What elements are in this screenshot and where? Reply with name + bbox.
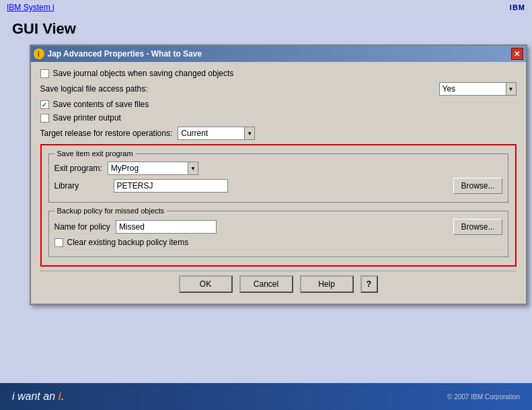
- exit-program-group: Save item exit program Exit program: MyP…: [48, 149, 508, 203]
- help-button[interactable]: Help: [300, 275, 354, 293]
- top-bar: IBM System i IBM: [0, 0, 532, 15]
- policy-browse-button[interactable]: Browse...: [453, 219, 502, 235]
- dialog-buttons-bar: OK Cancel Help ?: [40, 271, 517, 297]
- save-printer-checkbox[interactable]: [40, 114, 49, 123]
- library-row: Library Browse...: [54, 178, 502, 194]
- policy-name-label: Name for policy: [54, 222, 110, 232]
- exit-program-row: Exit program: MyProg ▼: [54, 162, 502, 175]
- save-logical-label: Save logical file access paths:: [40, 84, 148, 94]
- target-release-dropdown-wrapper[interactable]: Current ▼: [178, 127, 255, 140]
- dialog-window: i Jap Advanced Properties - What to Save…: [30, 44, 527, 305]
- dialog-title-left: i Jap Advanced Properties - What to Save: [34, 48, 202, 59]
- footer-copyright: © 2007 IBM Corporation: [447, 393, 520, 401]
- save-logical-dropdown-arrow[interactable]: ▼: [506, 82, 517, 96]
- save-printer-row: Save printer output: [40, 113, 517, 123]
- cancel-button[interactable]: Cancel: [239, 275, 293, 293]
- exit-program-legend: Save item exit program: [54, 149, 136, 158]
- save-journal-row: Save journal objects when saving changed…: [40, 69, 517, 78]
- target-release-row: Target release for restore operations: C…: [40, 127, 517, 140]
- policy-name-row: Name for policy Browse...: [54, 219, 502, 235]
- save-journal-checkbox[interactable]: [40, 69, 49, 78]
- save-printer-label: Save printer output: [53, 113, 121, 123]
- library-browse-button[interactable]: Browse...: [453, 178, 502, 194]
- dialog-title-text: Jap Advanced Properties - What to Save: [48, 49, 202, 59]
- footer-brand-highlight: i: [58, 390, 61, 402]
- ibm-system-link[interactable]: IBM System i: [7, 3, 54, 12]
- clear-policy-label: Clear existing backup policy items: [67, 238, 189, 247]
- policy-name-input[interactable]: [116, 220, 217, 234]
- footer-brand: i want an i.: [12, 390, 64, 403]
- dialog-icon: i: [34, 48, 44, 59]
- page-title: GUI View: [0, 15, 532, 44]
- dialog-body: Save journal objects when saving changed…: [31, 62, 526, 304]
- backup-policy-group: Backup policy for missed objects Name fo…: [48, 207, 508, 257]
- question-button[interactable]: ?: [360, 275, 378, 293]
- exit-program-dropdown-arrow[interactable]: ▼: [188, 162, 198, 175]
- exit-program-dropdown[interactable]: MyProg: [108, 162, 188, 175]
- exit-program-label: Exit program:: [54, 164, 102, 173]
- save-journal-label: Save journal objects when saving changed…: [53, 69, 234, 78]
- library-input[interactable]: [114, 179, 228, 193]
- backup-policy-legend: Backup policy for missed objects: [54, 207, 167, 215]
- target-release-dropdown[interactable]: Current: [178, 127, 245, 140]
- close-button[interactable]: ✕: [511, 48, 523, 60]
- save-logical-row: Save logical file access paths: Yes ▼: [40, 82, 517, 96]
- target-release-dropdown-arrow[interactable]: ▼: [244, 127, 255, 140]
- target-release-label: Target release for restore operations:: [40, 129, 173, 138]
- save-logical-dropdown[interactable]: Yes: [439, 82, 506, 96]
- clear-policy-row: Clear existing backup policy items: [54, 238, 502, 247]
- footer: i want an i. © 2007 IBM Corporation: [0, 383, 532, 410]
- exit-program-dropdown-wrapper[interactable]: MyProg ▼: [108, 162, 198, 175]
- dialog-titlebar: i Jap Advanced Properties - What to Save…: [31, 46, 526, 62]
- clear-policy-checkbox[interactable]: [54, 238, 63, 247]
- save-logical-dropdown-wrapper[interactable]: Yes ▼: [439, 82, 517, 96]
- save-contents-label: Save contents of save files: [53, 100, 149, 109]
- ok-button[interactable]: OK: [179, 275, 233, 293]
- save-contents-row: Save contents of save files: [40, 100, 517, 109]
- red-highlighted-section: Save item exit program Exit program: MyP…: [40, 144, 517, 267]
- save-contents-checkbox[interactable]: [40, 100, 49, 109]
- ibm-logo: IBM: [510, 3, 525, 11]
- library-label: Library: [54, 181, 108, 191]
